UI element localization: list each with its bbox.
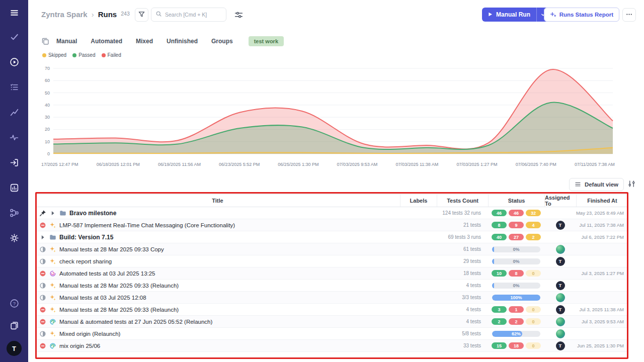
tests-count-cell: 61 tests — [437, 243, 488, 255]
table-row[interactable]: Manual tests at 28 Mar 2025 09:33 (Relau… — [35, 280, 628, 292]
run-title[interactable]: Manual tests at 28 Mar 2025 09:33 (Relau… — [59, 283, 179, 289]
search-settings-button[interactable] — [234, 11, 243, 21]
view-settings-button[interactable] — [625, 178, 638, 191]
table-row[interactable]: Bravo milestone124 tests 32 runs464632Ma… — [35, 207, 628, 219]
list-view-icon — [575, 181, 581, 189]
status-stopped-icon — [39, 306, 46, 313]
passed-count-badge: 10 — [492, 270, 507, 277]
documents-button[interactable] — [5, 319, 23, 334]
run-title[interactable]: Manual tests at 03 Jul 2025 12:08 — [59, 295, 146, 301]
sidebar-item-reports[interactable] — [5, 181, 23, 196]
menu-button[interactable] — [5, 6, 23, 21]
status-in-progress-icon — [39, 330, 46, 337]
sign-in-box-icon — [10, 158, 19, 169]
sidebar-item-analytics[interactable] — [5, 106, 23, 121]
x-axis-label: 07/03/2025 1:27 PM — [456, 162, 497, 167]
column-header-title[interactable]: Title — [35, 195, 400, 207]
table-row[interactable]: Mixed origin (Relaunch)5/8 tests62% — [35, 328, 628, 340]
tab-unfinished[interactable]: Unfinished — [167, 38, 198, 45]
failed-count-badge: 9 — [509, 222, 524, 228]
status-cell: 1080 — [488, 267, 544, 279]
tab-groups[interactable]: Groups — [211, 38, 233, 45]
search-input[interactable] — [165, 12, 222, 18]
svg-text:60: 60 — [45, 78, 50, 83]
filter-tag[interactable]: test work — [249, 36, 284, 46]
tab-manual[interactable]: Manual — [56, 38, 77, 45]
sidebar-item-test-cases[interactable] — [5, 80, 23, 96]
expand-caret-icon[interactable] — [49, 210, 56, 217]
assignee-avatar-globe[interactable] — [556, 293, 565, 302]
default-view-button[interactable]: Default view — [569, 178, 624, 191]
svg-text:0: 0 — [47, 151, 50, 156]
tab-automated[interactable]: Automated — [91, 38, 122, 45]
column-header-labels[interactable]: Labels — [400, 195, 437, 207]
assignee-avatar-letter[interactable]: T — [556, 341, 565, 350]
column-header-status[interactable]: Status — [488, 195, 544, 207]
manual-run-button[interactable]: Manual Run — [482, 8, 549, 22]
page-title: Runs — [98, 10, 117, 19]
labels-cell — [400, 243, 437, 255]
assignee-avatar-letter[interactable]: T — [556, 221, 565, 230]
pin-icon — [39, 210, 46, 217]
more-options-button[interactable] — [622, 8, 636, 22]
folder-icon — [49, 234, 56, 241]
assignee-avatar-letter[interactable]: T — [556, 257, 565, 266]
filter-tabs: ManualAutomatedMixedUnfinishedGroups — [56, 38, 247, 45]
assignee-avatar-globe[interactable] — [556, 329, 565, 338]
expand-caret-icon[interactable] — [39, 234, 46, 241]
run-title[interactable]: Manual tests at 28 Mar 2025 09:33 (Relau… — [59, 307, 179, 313]
table-row[interactable]: check report sharing29 tests0%T — [35, 255, 628, 267]
table-row[interactable]: LMP-587 Implement Real-Time Chat Messagi… — [35, 219, 628, 231]
run-title[interactable]: Bravo milestone — [69, 210, 116, 217]
tests-count-cell: 69 tests 3 runs — [437, 231, 488, 243]
run-title[interactable]: LMP-587 Implement Real-Time Chat Messagi… — [59, 222, 235, 228]
user-avatar[interactable]: T — [7, 341, 22, 356]
assignee-avatar-letter[interactable]: T — [556, 281, 565, 290]
runs-status-report-button[interactable]: Runs Status Report — [544, 8, 619, 22]
table-row[interactable]: Manual tests at 28 Mar 2025 09:33 Copy61… — [35, 243, 628, 255]
run-title[interactable]: check report sharing — [59, 258, 112, 264]
sidebar-item-import[interactable] — [5, 156, 23, 171]
run-title[interactable]: Manual tests at 28 Mar 2025 09:33 Copy — [59, 246, 164, 252]
finished-at-cell — [576, 243, 628, 255]
manual-sparkle-icon — [49, 294, 56, 301]
default-view-label: Default view — [585, 182, 618, 188]
tests-count-cell: 124 tests 32 runs — [437, 207, 488, 219]
run-title[interactable]: mix origin 25/06 — [59, 343, 100, 349]
skipped-count-badge: 2 — [526, 234, 541, 240]
svg-text:20: 20 — [45, 127, 50, 132]
help-button[interactable]: ? — [5, 297, 23, 312]
run-title[interactable]: Automated tests at 03 Jul 2025 13:25 — [59, 270, 155, 277]
copy-stack-icon[interactable] — [41, 37, 49, 45]
column-header-tests-count[interactable]: Tests Count — [437, 195, 488, 207]
table-row[interactable]: Manual & automated tests at 27 Jun 2025 … — [35, 316, 628, 328]
sidebar-item-tasks[interactable] — [5, 30, 23, 45]
assignee-avatar-letter[interactable]: T — [556, 305, 565, 314]
svg-text:30: 30 — [45, 115, 50, 120]
filter-button[interactable] — [135, 8, 148, 22]
tests-count-cell: 4 tests — [437, 280, 488, 291]
sidebar-item-workflow[interactable] — [5, 206, 23, 221]
run-title[interactable]: Build: Version 7.15 — [59, 234, 113, 241]
run-title[interactable]: Mixed origin (Relaunch) — [59, 331, 120, 337]
table-row[interactable]: mix origin 25/0633 tests15180TJun 25, 20… — [35, 340, 628, 352]
tab-mixed[interactable]: Mixed — [136, 38, 153, 45]
sidebar-item-activity[interactable] — [5, 131, 23, 146]
progress-bar: 100% — [492, 295, 540, 301]
manual-sparkle-icon — [49, 306, 56, 313]
column-header-finished-at[interactable]: Finished At — [576, 195, 628, 207]
assignee-avatar-globe[interactable] — [556, 245, 565, 254]
table-row[interactable]: Build: Version 7.1569 tests 3 runs40272J… — [35, 231, 628, 243]
assigned-to-cell: T — [544, 280, 576, 291]
status-in-progress-icon — [39, 282, 46, 289]
table-row[interactable]: Manual tests at 28 Mar 2025 09:33 (Relau… — [35, 304, 628, 316]
sidebar-item-settings[interactable] — [5, 231, 23, 246]
flow-branch-icon — [10, 208, 19, 219]
run-title[interactable]: Manual & automated tests at 27 Jun 2025 … — [59, 319, 212, 325]
assignee-avatar-globe[interactable] — [556, 317, 565, 326]
breadcrumb-app[interactable]: Zyntra Spark — [41, 10, 88, 19]
table-row[interactable]: Automated tests at 03 Jul 2025 13:2518 t… — [35, 267, 628, 280]
column-header-assigned-to[interactable]: Assigned To — [544, 195, 576, 207]
table-row[interactable]: Manual tests at 03 Jul 2025 12:083/3 tes… — [35, 292, 628, 304]
sidebar-item-runs[interactable] — [5, 55, 23, 70]
